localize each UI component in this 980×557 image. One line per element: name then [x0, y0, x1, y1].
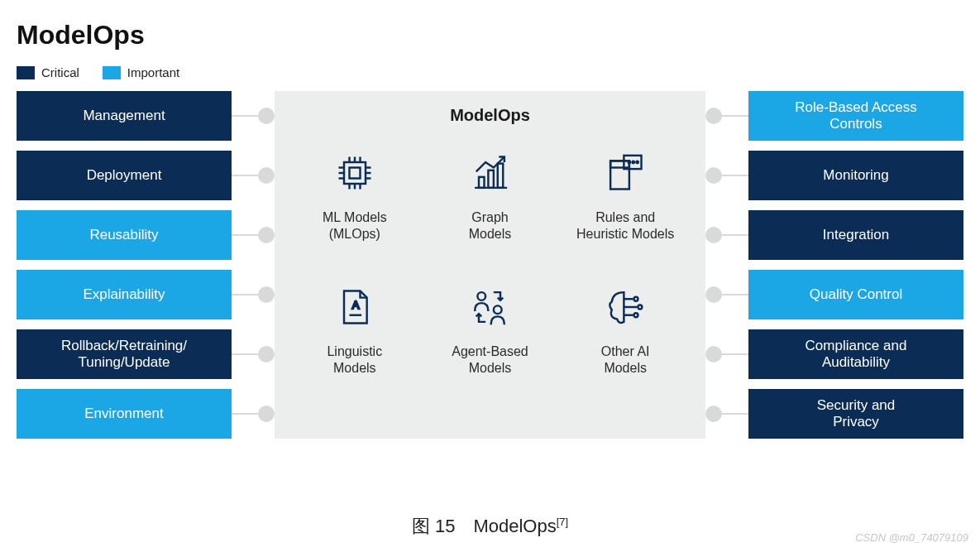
- svg-point-31: [638, 305, 643, 310]
- center-grid: ML Models(MLOps) GraphModels: [299, 150, 681, 377]
- model-ml: ML Models(MLOps): [299, 150, 410, 242]
- connector-dot-icon: [258, 346, 275, 363]
- connector-dot-icon: [705, 346, 722, 363]
- left-connectors: [232, 91, 275, 439]
- left-pill-deployment: Deployment: [17, 151, 232, 200]
- diagram-layout: Management Deployment Reusability Explai…: [17, 91, 963, 439]
- svg-point-27: [494, 305, 502, 314]
- model-rules-label: Rules andHeuristic Models: [576, 209, 674, 242]
- svg-point-22: [633, 161, 634, 163]
- left-pill-explainability: Explainability: [17, 270, 232, 319]
- right-pill-security: Security andPrivacy: [748, 389, 963, 439]
- connector: [232, 210, 275, 260]
- left-column: Management Deployment Reusability Explai…: [17, 91, 232, 439]
- model-linguistic-label: LinguisticModels: [327, 343, 382, 377]
- connector: [232, 151, 275, 200]
- svg-rect-1: [349, 168, 360, 179]
- model-graph: GraphModels: [435, 150, 546, 242]
- connector: [705, 389, 748, 439]
- rules-icon: [602, 150, 648, 196]
- connector-dot-icon: [705, 406, 722, 422]
- connector-dot-icon: [258, 227, 275, 243]
- agents-icon: [466, 284, 513, 330]
- connector-dot-icon: [258, 167, 275, 184]
- model-linguistic: A LinguisticModels: [299, 284, 410, 377]
- right-pill-quality: Quality Control: [748, 270, 963, 319]
- graph-icon: [466, 150, 513, 196]
- right-pill-integration: Integration: [748, 210, 963, 260]
- right-pill-rbac: Role-Based AccessControls: [748, 91, 963, 141]
- model-other: Other AIModels: [570, 284, 681, 377]
- connector-dot-icon: [258, 286, 275, 303]
- svg-rect-15: [479, 177, 485, 188]
- connector: [232, 91, 275, 141]
- connector: [705, 151, 748, 200]
- caption-citation: [7]: [557, 516, 568, 528]
- legend-important-label: Important: [127, 65, 179, 79]
- connector-dot-icon: [705, 167, 722, 184]
- model-rules: Rules andHeuristic Models: [570, 150, 681, 242]
- legend-critical-label: Critical: [41, 65, 79, 79]
- connector: [705, 91, 748, 141]
- connector: [232, 389, 275, 439]
- caption-text: 图 15 ModelOps: [412, 516, 557, 536]
- connector-dot-icon: [705, 227, 722, 243]
- svg-rect-18: [610, 161, 629, 189]
- connector: [705, 329, 748, 379]
- model-ml-label: ML Models(MLOps): [323, 209, 387, 242]
- center-title: ModelOps: [299, 106, 681, 125]
- svg-point-33: [634, 313, 638, 317]
- connector-dot-icon: [705, 108, 722, 124]
- connector: [232, 270, 275, 319]
- svg-text:A: A: [352, 299, 360, 311]
- left-pill-reusability: Reusability: [17, 210, 232, 260]
- svg-point-26: [478, 292, 486, 300]
- center-panel: ModelOps ML Models(MLOps): [275, 91, 705, 439]
- model-agent-label: Agent-BasedModels: [452, 343, 528, 377]
- left-pill-management: Management: [17, 91, 232, 141]
- svg-point-21: [629, 161, 630, 163]
- right-pill-monitoring: Monitoring: [748, 151, 963, 200]
- connector: [705, 210, 748, 260]
- svg-point-23: [637, 161, 638, 163]
- svg-rect-0: [344, 162, 366, 184]
- doc-icon: A: [332, 284, 378, 330]
- swatch-important: [103, 66, 121, 79]
- svg-rect-17: [498, 164, 504, 188]
- connector-dot-icon: [705, 286, 722, 303]
- model-agent: Agent-BasedModels: [435, 284, 546, 377]
- chip-icon: [332, 150, 378, 196]
- legend-important: Important: [103, 65, 179, 79]
- swatch-critical: [17, 66, 35, 79]
- svg-rect-19: [610, 161, 629, 167]
- watermark: CSDN @m0_74079109: [855, 531, 968, 544]
- page-title: ModelOps: [17, 20, 963, 50]
- right-pill-compliance: Compliance andAuditability: [748, 329, 963, 379]
- right-column: Role-Based AccessControls Monitoring Int…: [748, 91, 963, 439]
- model-graph-label: GraphModels: [469, 209, 512, 242]
- brain-icon: [602, 284, 648, 330]
- left-pill-rollback: Rollback/Retraining/Tuning/Update: [17, 329, 232, 379]
- legend-critical: Critical: [17, 65, 79, 79]
- connector-dot-icon: [258, 108, 275, 124]
- svg-rect-16: [489, 170, 495, 188]
- svg-point-29: [634, 297, 638, 301]
- left-pill-environment: Environment: [17, 389, 232, 439]
- connector: [705, 270, 748, 319]
- model-other-label: Other AIModels: [601, 343, 650, 377]
- connector: [232, 329, 275, 379]
- right-connectors: [705, 91, 748, 439]
- figure-caption: 图 15 ModelOps[7]: [0, 514, 980, 539]
- legend: Critical Important: [17, 65, 963, 79]
- connector-dot-icon: [258, 406, 275, 422]
